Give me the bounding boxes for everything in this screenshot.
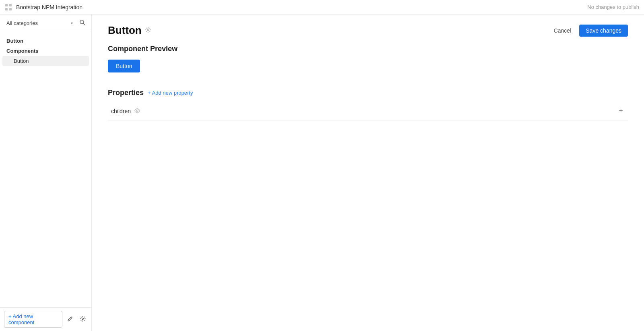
add-property-button[interactable]: + Add new property (148, 90, 193, 96)
category-select[interactable]: All categories ▾ (4, 19, 75, 28)
grid-icon (5, 4, 12, 11)
property-add-button[interactable]: + (617, 107, 625, 115)
svg-point-8 (136, 110, 138, 112)
properties-header: Properties + Add new property (108, 89, 628, 97)
add-component-button[interactable]: + Add new component (4, 311, 62, 328)
preview-area: Component Preview Button (108, 45, 628, 72)
svg-rect-1 (9, 4, 12, 6)
properties-section-title: Properties (108, 89, 144, 97)
settings-button[interactable] (78, 314, 87, 325)
property-name-children: children (111, 108, 617, 114)
content-area: Button Cancel Save changes Component Pre… (92, 14, 644, 331)
sidebar: All categories ▾ Button Components Butto… (0, 14, 92, 331)
preview-section-title: Component Preview (108, 45, 628, 53)
components-section-label: Components (0, 46, 91, 56)
topbar-title: Bootstrap NPM Integration (16, 4, 587, 10)
svg-point-6 (82, 318, 84, 320)
page-title: Button (108, 24, 142, 37)
eye-icon[interactable] (134, 108, 140, 114)
page-title-row: Button (108, 24, 151, 37)
preview-button[interactable]: Button (108, 60, 140, 72)
sidebar-footer: + Add new component (0, 307, 91, 331)
sidebar-top: All categories ▾ (0, 14, 91, 32)
search-button[interactable] (78, 18, 87, 29)
category-select-label: All categories (6, 20, 71, 26)
sidebar-item-button[interactable]: Button (2, 56, 89, 66)
save-changes-button[interactable]: Save changes (579, 25, 628, 37)
header-actions: Cancel Save changes (550, 25, 628, 37)
topbar: Bootstrap NPM Integration No changes to … (0, 0, 644, 14)
sidebar-section-components: Button (0, 35, 91, 46)
svg-rect-2 (5, 8, 8, 10)
cancel-button[interactable]: Cancel (550, 25, 576, 36)
svg-line-5 (83, 23, 85, 25)
main-layout: All categories ▾ Button Components Butto… (0, 14, 644, 331)
topbar-status: No changes to publish (587, 4, 639, 10)
page-gear-icon[interactable] (145, 27, 151, 35)
sidebar-nav: Button Components Button (0, 32, 91, 307)
property-row: children + (108, 102, 628, 120)
content-header: Button Cancel Save changes (108, 14, 628, 45)
edit-button[interactable] (66, 314, 75, 325)
chevron-down-icon: ▾ (71, 21, 73, 25)
properties-section: Properties + Add new property children + (108, 89, 628, 120)
svg-point-7 (147, 29, 149, 30)
svg-rect-0 (5, 4, 8, 6)
svg-rect-3 (9, 8, 12, 10)
